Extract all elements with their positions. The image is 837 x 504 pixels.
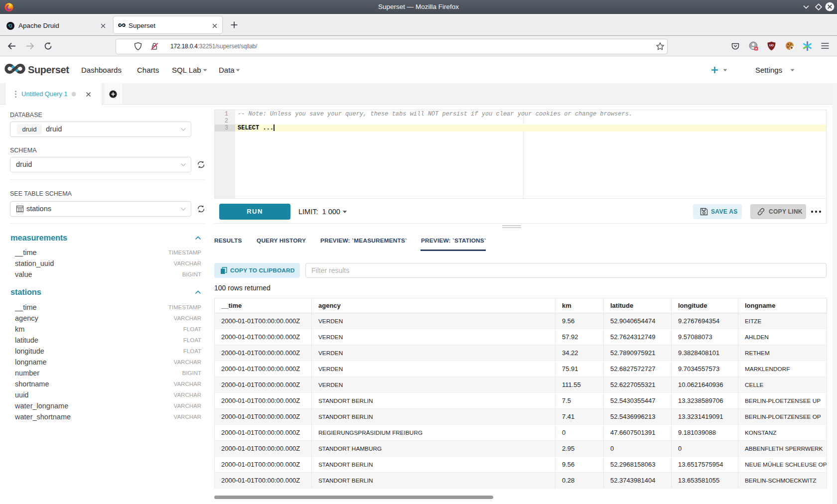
svg-text:UO: UO [769, 44, 774, 47]
